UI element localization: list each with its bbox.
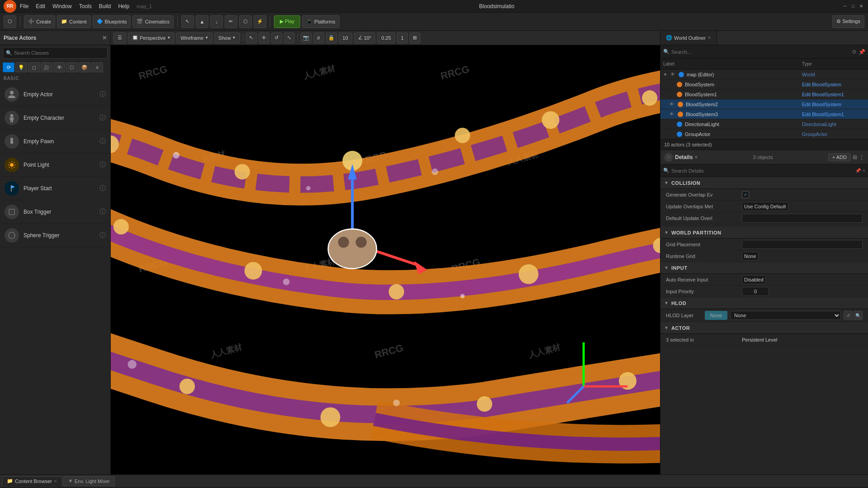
hlod-search-icon-btn[interactable]: ↺ xyxy=(844,311,853,320)
details-search-input[interactable] xyxy=(671,168,854,174)
select-mode-btn[interactable]: ↖ xyxy=(181,15,194,28)
shapes-tab[interactable]: ◻ xyxy=(28,62,40,72)
empty-character-info-btn[interactable]: ⓘ xyxy=(99,114,106,122)
outliner-pin-icon[interactable]: 📌 xyxy=(859,49,865,55)
actor-box-trigger[interactable]: Box Trigger ⓘ xyxy=(0,200,110,224)
runtime-grid-select[interactable]: None xyxy=(742,252,759,261)
toolbar-icon[interactable]: ⬡ xyxy=(4,15,16,28)
select-tool-btn[interactable]: ↖ xyxy=(246,33,257,43)
visual-tab[interactable]: 👁 xyxy=(53,62,65,72)
rotate-tool-btn[interactable]: ↺ xyxy=(271,33,282,43)
menu-help[interactable]: Help xyxy=(118,3,129,9)
create-button[interactable]: ➕ Create xyxy=(24,15,55,28)
actor-empty-pawn[interactable]: Empty Pawn ⓘ xyxy=(0,130,110,153)
visibility-icon[interactable]: 👁 xyxy=(670,72,678,77)
actor-player-start[interactable]: Player Start ⓘ xyxy=(0,177,110,200)
minimize-btn[interactable]: ─ xyxy=(842,3,848,9)
foliage-mode-btn[interactable]: ↓ xyxy=(210,15,223,28)
visibility-icon2[interactable]: 👁 xyxy=(670,102,677,107)
box-trigger-info-btn[interactable]: ⓘ xyxy=(99,208,106,216)
scale-value-btn[interactable]: 0.25 xyxy=(377,33,395,43)
player-start-info-btn[interactable]: ⓘ xyxy=(99,184,106,192)
content-button[interactable]: 📁 Content xyxy=(57,15,91,28)
point-light-info-btn[interactable]: ⓘ xyxy=(99,161,106,169)
all-tab[interactable]: ≡ xyxy=(91,62,103,72)
env-light-mixer-tab[interactable]: ☀ Env. Light Mixer xyxy=(63,476,115,486)
auto-receive-select[interactable]: Disabled xyxy=(742,275,766,284)
platforms-button[interactable]: 📱 Platforms xyxy=(302,15,339,28)
volumes-tab[interactable]: 📦 xyxy=(79,62,90,72)
geometry-tab[interactable]: ⬡ xyxy=(66,62,78,72)
mesh-paint-btn[interactable]: ✏ xyxy=(225,15,237,28)
outliner-group-actor[interactable]: GroupActor GroupActor xyxy=(660,129,868,139)
world-partition-section-header[interactable]: ▼ WORLD PARTITION xyxy=(660,227,868,239)
sphere-trigger-info-btn[interactable]: ⓘ xyxy=(99,231,106,239)
outliner-bloodsystem1[interactable]: BloodSystem1 Edit BloodSystem1 xyxy=(660,89,868,99)
hlod-select[interactable]: None xyxy=(730,311,841,320)
cinematic-tab[interactable]: 🎥 xyxy=(41,62,52,72)
viewport-content[interactable]: RRCG 人人素材 RRCG 人人素材 RRCG 人人素材 RRCG 人人素材 … xyxy=(111,45,660,474)
actor-sphere-trigger[interactable]: Sphere Trigger ⓘ xyxy=(0,224,110,247)
blueprints-button[interactable]: 🔷 Blueprints xyxy=(93,15,131,28)
outliner-map-editor[interactable]: ▼ 👁 map (Editor) World xyxy=(660,70,868,80)
visibility-icon3[interactable]: 👁 xyxy=(670,112,677,117)
generate-overlap-checkbox[interactable]: ✓ xyxy=(742,191,749,198)
details-pin-icon[interactable]: 📌 xyxy=(855,168,861,173)
outliner-bloodsystem2[interactable]: 👁 BloodSystem2 Edit BloodSystem xyxy=(660,99,868,109)
hlod-browse-icon-btn[interactable]: 🔍 xyxy=(854,311,863,320)
grid-size-btn[interactable]: 10 xyxy=(339,33,352,43)
details-options-icon[interactable]: ⋮ xyxy=(859,154,864,160)
input-priority-input[interactable]: 0 xyxy=(742,287,769,296)
menu-build[interactable]: Build xyxy=(99,3,111,9)
place-actors-close[interactable]: ✕ xyxy=(102,35,107,41)
default-update-input[interactable] xyxy=(742,214,863,223)
maximize-btn[interactable]: □ xyxy=(850,3,856,9)
details-add-button[interactable]: + ADD xyxy=(828,153,851,161)
menu-edit[interactable]: Edit xyxy=(36,3,45,9)
actor-point-light[interactable]: Point Light ⓘ xyxy=(0,153,110,177)
wireframe-btn[interactable]: Wireframe ▼ xyxy=(176,33,212,43)
update-overlaps-select[interactable]: Use Config Default xyxy=(742,202,788,211)
show-btn[interactable]: Show ▼ xyxy=(214,33,240,43)
settings-button[interactable]: ⚙ Settings xyxy=(832,15,864,28)
play-button[interactable]: ▶ Play xyxy=(274,15,300,28)
collision-section-header[interactable]: ▼ COLLISION xyxy=(660,177,868,189)
camera-btn[interactable]: 📷 xyxy=(301,33,311,43)
search-classes-input[interactable] xyxy=(14,50,104,56)
content-browser-tab[interactable]: 📁 Content Browser ✕ xyxy=(2,476,62,486)
lights-tab[interactable]: 💡 xyxy=(15,62,27,72)
details-close-btn[interactable]: × xyxy=(694,154,698,160)
menu-window[interactable]: Window xyxy=(52,3,72,9)
outliner-search-input[interactable] xyxy=(671,49,850,55)
outliner-directional-light[interactable]: DirectionalLight DirectionalLight xyxy=(660,119,868,129)
details-table-icon[interactable]: ⊞ xyxy=(853,154,857,160)
fracture-btn[interactable]: ⚡ xyxy=(254,15,266,28)
viewport-menu-btn[interactable]: ☰ xyxy=(113,33,126,43)
details-list-icon[interactable]: ≡ xyxy=(863,168,865,173)
actor-empty-actor[interactable]: Empty Actor ⓘ xyxy=(0,83,110,106)
empty-pawn-info-btn[interactable]: ⓘ xyxy=(99,137,106,145)
scale-tool-btn[interactable]: ⤡ xyxy=(284,33,295,43)
cinematics-button[interactable]: 🎬 Cinematics xyxy=(132,15,173,28)
outliner-tab-close[interactable]: ✕ xyxy=(708,35,711,40)
close-btn[interactable]: ✕ xyxy=(858,3,864,9)
actor-section-header[interactable]: ▼ ACTOR xyxy=(660,322,868,334)
actor-empty-character[interactable]: Empty Character ⓘ xyxy=(0,106,110,130)
empty-actor-info-btn[interactable]: ⓘ xyxy=(99,90,106,99)
menu-file[interactable]: File xyxy=(20,3,28,9)
hlod-section-header[interactable]: ▼ HLOD xyxy=(660,297,868,309)
content-browser-tab-close[interactable]: ✕ xyxy=(54,479,57,483)
menu-tools[interactable]: Tools xyxy=(79,3,92,9)
landscape-mode-btn[interactable]: ▲ xyxy=(196,15,208,28)
num-btn[interactable]: 1 xyxy=(397,33,408,43)
translate-tool-btn[interactable]: ✛ xyxy=(259,33,269,43)
perspective-btn[interactable]: 🔲 Perspective ▼ xyxy=(128,33,175,43)
outliner-bloodsystem3[interactable]: 👁 BloodSystem3 Edit BloodSystem1 xyxy=(660,109,868,119)
outliner-bloodsystem[interactable]: BloodSystem Edit BloodSystem xyxy=(660,80,868,89)
input-section-header[interactable]: ▼ INPUT xyxy=(660,262,868,274)
grid-btn[interactable]: # xyxy=(313,33,324,43)
outliner-settings-icon[interactable]: ⚙ xyxy=(852,49,857,55)
snap-btn[interactable]: 🔒 xyxy=(326,33,337,43)
basic-tab[interactable]: ⟳ xyxy=(3,62,14,72)
angle-snap-btn[interactable]: ∠ 10° xyxy=(354,33,376,43)
